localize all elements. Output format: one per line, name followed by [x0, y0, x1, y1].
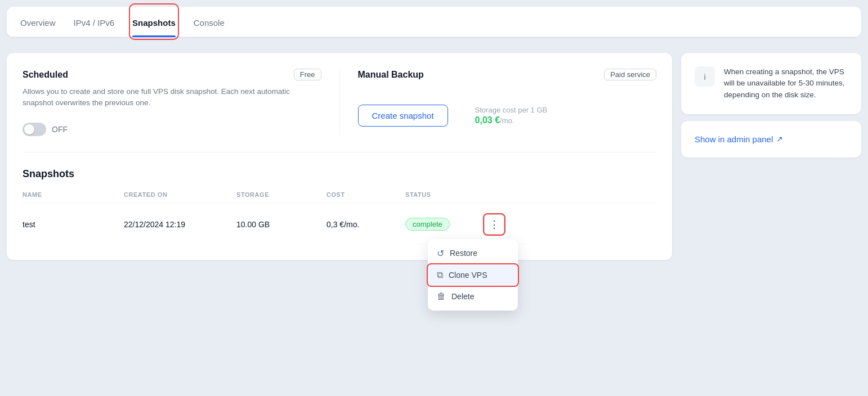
- tabs-bar: Overview IPv4 / IPv6 Snapshots Console: [7, 7, 861, 37]
- scheduled-toggle[interactable]: [23, 123, 46, 136]
- toggle-row: OFF: [23, 123, 321, 136]
- three-dots-button[interactable]: ⋮: [484, 214, 504, 235]
- row-name: test: [23, 220, 124, 229]
- restore-label: Restore: [450, 249, 477, 258]
- snapshots-list-section: Snapshots NAME CREATED ON STORAGE COST S…: [23, 168, 656, 244]
- col-actions: [484, 191, 518, 198]
- tabs-container: Overview IPv4 / IPv6 Snapshots Console: [7, 7, 861, 37]
- scheduled-title: Scheduled: [23, 70, 68, 80]
- tab-console[interactable]: Console: [194, 7, 225, 37]
- storage-cost-value: 0,03 €/mo.: [475, 115, 548, 125]
- toggle-label: OFF: [52, 125, 68, 134]
- manual-backup-section: Manual Backup Paid service Create snapsh…: [339, 69, 657, 136]
- delete-icon: 🗑: [437, 291, 446, 302]
- row-status: complete: [405, 218, 484, 231]
- dropdown-restore[interactable]: ↺ Restore: [428, 242, 518, 264]
- tab-snapshots[interactable]: Snapshots: [132, 7, 176, 37]
- table-row: test 22/12/2024 12:19 10.00 GB 0,3 €/mo.…: [23, 205, 656, 244]
- col-created-on: CREATED ON: [124, 191, 236, 198]
- dropdown-delete[interactable]: 🗑 Delete: [428, 286, 518, 307]
- col-cost: COST: [326, 191, 405, 198]
- restore-icon: ↺: [437, 248, 444, 259]
- storage-cost-label: Storage cost per 1 GB: [475, 106, 548, 114]
- storage-cost-block: Storage cost per 1 GB 0,03 €/mo.: [475, 106, 548, 125]
- info-icon: i: [704, 72, 706, 82]
- toggle-knob: [24, 124, 34, 134]
- tab-ipv4ipv6[interactable]: IPv4 / IPv6: [74, 7, 115, 37]
- status-badge: complete: [405, 218, 450, 231]
- snapshots-section-title: Snapshots: [23, 168, 656, 180]
- external-link-icon: ↗: [776, 134, 783, 143]
- row-created-on: 22/12/2024 12:19: [124, 220, 236, 229]
- create-snapshot-button[interactable]: Create snapshot: [358, 105, 448, 127]
- row-storage: 10.00 GB: [236, 220, 326, 229]
- table-header: NAME CREATED ON STORAGE COST STATUS: [23, 191, 656, 203]
- info-icon-wrap: i: [695, 66, 715, 87]
- scheduled-badge: Free: [294, 69, 321, 80]
- col-storage: STORAGE: [236, 191, 326, 198]
- row-actions: ⋮ ↺ Restore ⧉ Clone VPS 🗑: [484, 214, 518, 235]
- manual-backup-header: Manual Backup Paid service: [358, 69, 657, 80]
- col-name: NAME: [23, 191, 124, 198]
- dropdown-menu: ↺ Restore ⧉ Clone VPS 🗑 Delete: [428, 239, 518, 310]
- admin-panel-card: Show in admin panel ↗: [681, 121, 861, 158]
- scheduled-header: Scheduled Free: [23, 69, 321, 80]
- row-cost: 0,3 €/mo.: [326, 220, 405, 229]
- left-panel: Scheduled Free Allows you to create and …: [7, 53, 672, 260]
- info-card-inner: i When creating a snapshot, the VPS will…: [695, 66, 848, 101]
- info-card: i When creating a snapshot, the VPS will…: [681, 53, 861, 114]
- dropdown-clone-vps[interactable]: ⧉ Clone VPS: [428, 264, 518, 286]
- scheduled-description: Allows you to create and store one full …: [23, 86, 321, 109]
- admin-link-label: Show in admin panel: [695, 134, 773, 144]
- manual-backup-content: Create snapshot Storage cost per 1 GB 0,…: [358, 86, 548, 136]
- manual-backup-title: Manual Backup: [358, 70, 424, 80]
- manual-backup-badge: Paid service: [604, 69, 656, 80]
- admin-panel-link[interactable]: Show in admin panel ↗: [695, 134, 848, 144]
- scheduled-section: Scheduled Free Allows you to create and …: [23, 69, 339, 136]
- col-status: STATUS: [405, 191, 484, 198]
- clone-icon: ⧉: [437, 270, 443, 280]
- right-panel: i When creating a snapshot, the VPS will…: [681, 53, 861, 260]
- delete-label: Delete: [451, 292, 474, 301]
- main-content: Scheduled Free Allows you to create and …: [7, 44, 861, 260]
- three-dots-icon: ⋮: [489, 218, 499, 231]
- info-text: When creating a snapshot, the VPS will b…: [724, 66, 848, 101]
- clone-label: Clone VPS: [449, 271, 487, 280]
- tab-overview[interactable]: Overview: [20, 7, 56, 37]
- backup-row: Scheduled Free Allows you to create and …: [23, 69, 656, 152]
